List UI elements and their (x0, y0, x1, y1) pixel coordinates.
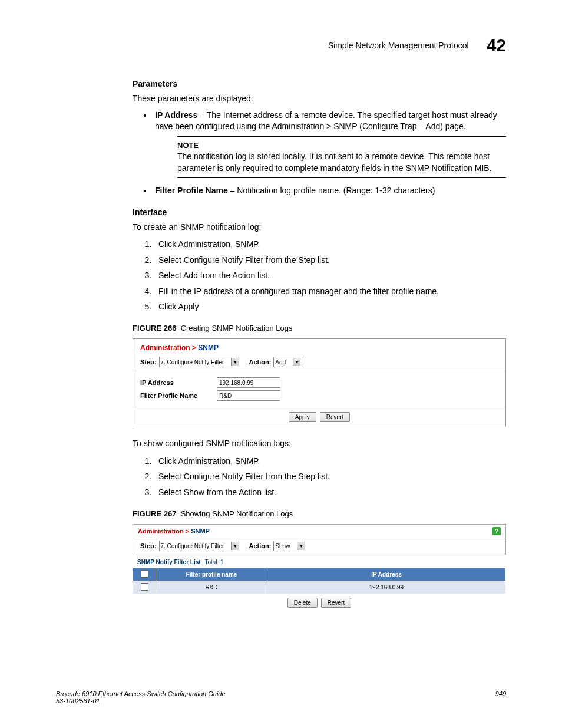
list-title: SNMP Notify Filter List Total: 1 (133, 555, 506, 568)
note-text: The notification log is stored locally. … (177, 151, 506, 174)
interface-heading: Interface (133, 207, 506, 217)
row-checkbox[interactable] (141, 583, 148, 591)
col-filter-profile: Filter profile name (156, 568, 267, 581)
header-checkbox-cell (133, 568, 156, 581)
chevron-down-icon: ▼ (231, 542, 239, 550)
action-label: Action: (249, 358, 271, 365)
figure-267-panel: Administration > SNMP ? Step: 7. Configu… (133, 524, 506, 611)
breadcrumb: Administration > SNMP (138, 528, 210, 535)
ip-address-label: IP Address (140, 379, 217, 386)
step-label: Step: (140, 542, 157, 549)
chapter-number: 42 (487, 35, 506, 55)
show-steps: Click Administration, SNMP. Select Confi… (133, 454, 506, 499)
chevron-down-icon: ▼ (297, 542, 305, 550)
cell-ip-address: 192.168.0.99 (267, 581, 506, 594)
page-number: 949 (495, 690, 506, 704)
filter-profile-input[interactable]: R&D (217, 390, 280, 401)
footer-docnum: 53-1002581-01 (56, 697, 226, 704)
delete-button[interactable]: Delete (287, 598, 318, 608)
note-box: NOTE The notification log is stored loca… (177, 136, 506, 178)
action-select[interactable]: Add▼ (273, 357, 302, 367)
apply-button[interactable]: Apply (289, 412, 316, 422)
show-lead: To show configured SNMP notification log… (133, 438, 506, 450)
figure-266-caption: FIGURE 266 Creating SNMP Notification Lo… (133, 324, 506, 332)
filter-profile-label: Filter Profile Name (140, 392, 217, 399)
create-steps: Click Administration, SNMP. Select Confi… (133, 238, 506, 313)
note-title: NOTE (177, 140, 506, 151)
ip-address-input[interactable]: 192.168.0.99 (217, 377, 280, 388)
revert-button[interactable]: Revert (320, 412, 350, 422)
action-select[interactable]: Show▼ (273, 541, 306, 551)
figure-266-panel: Administration > SNMP Step: 7. Configure… (133, 338, 506, 427)
footer-title: Brocade 6910 Ethernet Access Switch Conf… (56, 690, 226, 697)
select-all-checkbox[interactable] (141, 570, 148, 578)
page-footer: Brocade 6910 Ethernet Access Switch Conf… (56, 690, 506, 704)
breadcrumb: Administration > SNMP (133, 339, 505, 354)
chevron-down-icon: ▼ (293, 358, 300, 366)
col-ip-address: IP Address (267, 568, 506, 581)
parameters-lead: These parameters are displayed: (133, 93, 506, 105)
filter-table: Filter profile name IP Address R&D 192.1… (133, 568, 506, 594)
chevron-down-icon: ▼ (231, 358, 239, 366)
cell-filter-profile: R&D (156, 581, 267, 594)
interface-lead: To create an SNMP notification log: (133, 222, 506, 233)
param-filter-profile: Filter Profile Name – Notification log p… (153, 185, 506, 197)
revert-button[interactable]: Revert (321, 598, 351, 608)
table-row: R&D 192.168.0.99 (133, 581, 506, 594)
figure-267-caption: FIGURE 267 Showing SNMP Notification Log… (133, 509, 506, 518)
parameters-heading: Parameters (133, 79, 506, 88)
step-select[interactable]: 7. Configure Notify Filter▼ (159, 541, 241, 551)
help-icon[interactable]: ? (492, 527, 501, 535)
param-ip: IP Address – The Internet address of a r… (153, 110, 506, 179)
step-label: Step: (140, 358, 157, 365)
step-select[interactable]: 7. Configure Notify Filter▼ (159, 357, 241, 367)
action-label: Action: (249, 542, 271, 549)
header-title: Simple Network Management Protocol (328, 41, 469, 50)
